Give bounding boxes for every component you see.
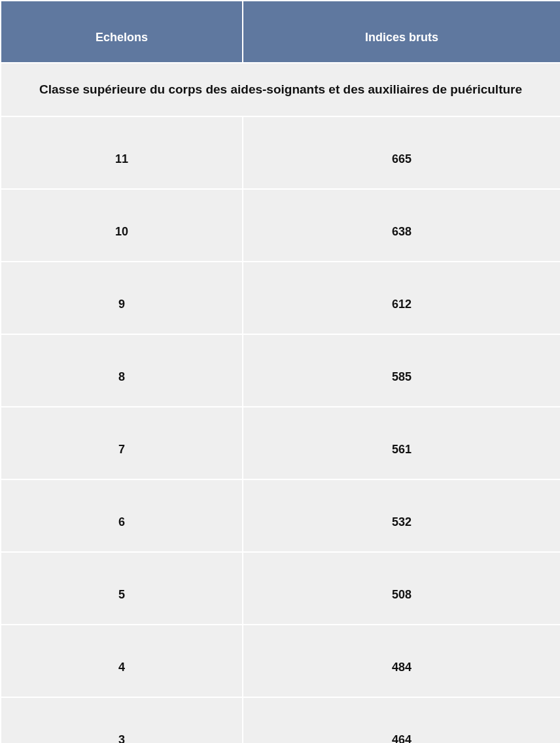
cell-echelon: 10 [1,189,243,262]
salary-grid-table: Echelons Indices bruts Classe supérieure… [0,0,560,743]
table-row: 9 612 [1,262,560,334]
table-row: 5 508 [1,552,560,625]
cell-indice: 464 [243,697,560,743]
table-row: 8 585 [1,334,560,407]
cell-indice: 532 [243,479,560,552]
cell-echelon: 5 [1,552,243,625]
cell-echelon: 9 [1,262,243,334]
cell-echelon: 7 [1,407,243,479]
table-row: 11 665 [1,116,560,189]
cell-echelon: 6 [1,479,243,552]
section-title-row: Classe supérieure du corps des aides-soi… [1,63,560,116]
cell-echelon: 8 [1,334,243,407]
section-title: Classe supérieure du corps des aides-soi… [1,63,560,116]
table-header-row: Echelons Indices bruts [1,1,560,63]
cell-echelon: 11 [1,116,243,189]
cell-indice: 665 [243,116,560,189]
table-row: 7 561 [1,407,560,479]
table-row: 3 464 [1,697,560,743]
cell-indice: 508 [243,552,560,625]
cell-indice: 638 [243,189,560,262]
header-indices: Indices bruts [243,1,560,63]
cell-echelon: 3 [1,697,243,743]
table-row: 6 532 [1,479,560,552]
header-echelons: Echelons [1,1,243,63]
table-row: 10 638 [1,189,560,262]
cell-indice: 612 [243,262,560,334]
cell-indice: 484 [243,625,560,697]
table-row: 4 484 [1,625,560,697]
cell-indice: 561 [243,407,560,479]
cell-echelon: 4 [1,625,243,697]
cell-indice: 585 [243,334,560,407]
